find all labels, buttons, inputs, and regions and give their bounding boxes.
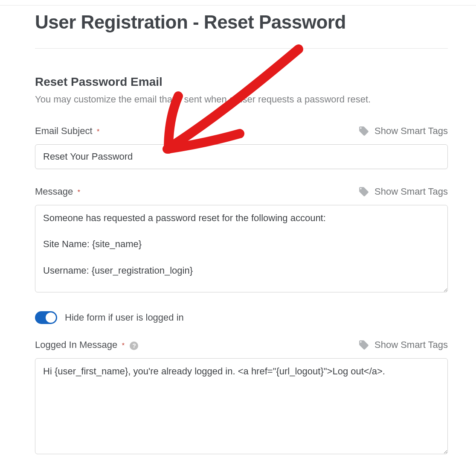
hide-form-toggle-label: Hide form if user is logged in [65, 312, 184, 323]
message-label: Message [35, 186, 73, 197]
show-smart-tags-link[interactable]: Show Smart Tags [358, 186, 448, 197]
logged-in-label-row: Logged In Message * ? Show Smart Tags [35, 339, 448, 350]
required-indicator: * [78, 189, 80, 196]
hide-form-toggle[interactable] [35, 311, 57, 324]
email-subject-label-row: Email Subject * Show Smart Tags [35, 126, 448, 137]
logged-in-label-wrap: Logged In Message * ? [35, 339, 138, 350]
section-title: Reset Password Email [35, 75, 448, 89]
email-subject-field: Email Subject * Show Smart Tags [35, 126, 448, 169]
hide-form-toggle-row: Hide form if user is logged in [35, 311, 448, 324]
smart-tags-label: Show Smart Tags [374, 126, 448, 137]
logged-in-message-textarea[interactable] [35, 358, 448, 454]
message-textarea[interactable] [35, 205, 448, 292]
help-icon[interactable]: ? [130, 342, 138, 350]
header-divider [35, 48, 448, 49]
required-indicator: * [97, 128, 99, 135]
email-subject-label-wrap: Email Subject * [35, 126, 99, 137]
email-subject-input[interactable] [35, 144, 448, 169]
logged-in-label: Logged In Message [35, 339, 117, 350]
smart-tags-label: Show Smart Tags [374, 186, 448, 197]
show-smart-tags-link[interactable]: Show Smart Tags [358, 339, 448, 350]
section-description: You may customize the email that's sent … [35, 93, 448, 106]
message-label-wrap: Message * [35, 186, 80, 197]
message-label-row: Message * Show Smart Tags [35, 186, 448, 197]
page-title: User Registration - Reset Password [35, 12, 448, 33]
tag-icon [358, 186, 369, 197]
required-indicator: * [122, 342, 125, 349]
show-smart-tags-link[interactable]: Show Smart Tags [358, 126, 448, 137]
logged-in-message-field: Logged In Message * ? Show Smart Tags [35, 339, 448, 456]
email-subject-label: Email Subject [35, 126, 93, 136]
tag-icon [358, 339, 369, 350]
smart-tags-label: Show Smart Tags [374, 339, 448, 350]
message-field: Message * Show Smart Tags [35, 186, 448, 294]
tag-icon [358, 126, 369, 137]
settings-container: User Registration - Reset Password Reset… [0, 6, 476, 473]
